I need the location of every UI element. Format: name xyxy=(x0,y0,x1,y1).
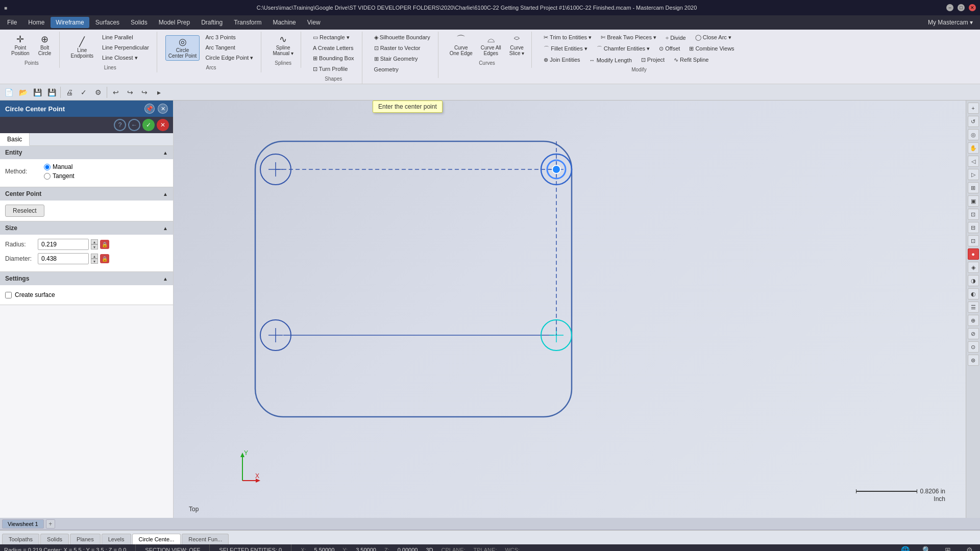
right-btn-right[interactable]: ▷ xyxy=(968,169,979,180)
saveas-btn[interactable]: 💾 xyxy=(45,86,58,99)
menu-wireframe[interactable]: Wireframe xyxy=(51,17,89,28)
close-button[interactable]: ✕ xyxy=(969,4,976,11)
config-btn[interactable]: ⚙ xyxy=(91,86,105,99)
ribbon-btn-curve-one-edge[interactable]: ⌒ CurveOne Edge xyxy=(447,33,476,58)
panel-ok-btn[interactable]: ✓ xyxy=(142,119,155,131)
center-point-section-header[interactable]: Center Point ▲ xyxy=(0,187,173,201)
right-btn-extra1[interactable]: ◈ xyxy=(968,262,979,273)
radius-lock-btn[interactable]: 🔒 xyxy=(100,240,109,249)
size-section-header[interactable]: Size ▲ xyxy=(0,221,173,235)
menu-solids[interactable]: Solids xyxy=(126,17,153,28)
diameter-lock-btn[interactable]: 🔒 xyxy=(100,254,109,263)
verify-btn[interactable]: ✓ xyxy=(77,86,90,99)
ribbon-btn-refit-spline[interactable]: ∿ Refit Spline xyxy=(670,55,712,65)
open-btn[interactable]: 📂 xyxy=(16,86,30,99)
right-btn-extra4[interactable]: ☰ xyxy=(968,302,979,313)
panel-back-btn[interactable]: ← xyxy=(128,119,140,131)
ribbon-btn-bolt-circle[interactable]: ⊕ BoltCircle xyxy=(35,33,55,58)
status-zoom-btn[interactable]: 🔍 xyxy=(920,543,933,551)
ribbon-btn-arc-tangent[interactable]: Arc Tangent xyxy=(202,43,257,52)
right-btn-extra6[interactable]: ⊘ xyxy=(968,328,979,339)
save-btn[interactable]: 💾 xyxy=(31,86,44,99)
ribbon-btn-divide[interactable]: ÷ Divide xyxy=(662,33,690,42)
right-btn-ortho[interactable]: ⊡ xyxy=(968,235,979,246)
btab-recent-fun[interactable]: Recent Fun... xyxy=(182,534,229,544)
right-btn-extra2[interactable]: ◑ xyxy=(968,275,979,286)
ribbon-btn-curve-slice[interactable]: ⌔ CurveSlice ▾ xyxy=(506,33,527,58)
right-btn-grid[interactable]: ⊟ xyxy=(968,222,979,233)
panel-cancel-btn[interactable]: ✕ xyxy=(157,119,169,131)
menu-my-mastercam[interactable]: My Mastercam ▾ xyxy=(923,17,978,28)
ribbon-btn-project[interactable]: ⊡ Project xyxy=(638,55,668,65)
menu-surfaces[interactable]: Surfaces xyxy=(90,17,125,28)
btab-circle-center[interactable]: Circle Cente... xyxy=(132,534,181,544)
ribbon-btn-silhouette-boundary[interactable]: ◈ Silhouette Boundary xyxy=(371,33,434,42)
ribbon-btn-stair-geometry[interactable]: ⊞ Stair Geometry xyxy=(371,54,434,64)
ribbon-btn-join-entities[interactable]: ⊕ Join Entities xyxy=(540,55,583,65)
right-btn-extra3[interactable]: ◐ xyxy=(968,288,979,299)
panel-close-btn[interactable]: ✕ xyxy=(158,104,168,114)
tangent-radio-label[interactable]: Tangent xyxy=(53,172,75,180)
diameter-up-btn[interactable]: ▲ xyxy=(91,254,98,259)
new-btn[interactable]: 📄 xyxy=(2,86,15,99)
ribbon-btn-line-closest[interactable]: Line Closest ▾ xyxy=(99,53,153,63)
ribbon-btn-turn-profile[interactable]: ⊡ Turn Profile xyxy=(309,64,358,74)
right-btn-pan[interactable]: ✋ xyxy=(968,142,979,154)
panel-help-btn[interactable]: ? xyxy=(114,119,126,131)
panel-tab-basic[interactable]: Basic xyxy=(0,133,30,146)
ribbon-btn-circle-edge-point[interactable]: Circle Edge Point ▾ xyxy=(202,53,257,63)
ribbon-btn-point-position[interactable]: ✛ PointPosition xyxy=(8,33,33,58)
redo2-btn[interactable]: ↪ xyxy=(138,86,151,99)
viewsheet-add-btn[interactable]: + xyxy=(46,519,55,529)
right-btn-zoom-in[interactable]: + xyxy=(968,103,979,114)
minimize-button[interactable]: – xyxy=(946,4,953,11)
ribbon-btn-combine-views[interactable]: ⊞ Combine Views xyxy=(685,43,738,54)
right-btn-zoom-box[interactable]: ▣ xyxy=(968,195,979,207)
settings-section-header[interactable]: Settings ▲ xyxy=(0,272,173,285)
manual-radio-label[interactable]: Manual xyxy=(53,163,72,170)
btab-levels[interactable]: Levels xyxy=(102,534,131,544)
right-btn-active[interactable]: ● xyxy=(968,248,979,260)
radius-up-btn[interactable]: ▲ xyxy=(91,239,98,244)
right-btn-extra8[interactable]: ⊛ xyxy=(968,355,979,366)
right-btn-extra5[interactable]: ⊕ xyxy=(968,315,979,326)
entity-section-header[interactable]: Entity ▲ xyxy=(0,146,173,159)
radius-input[interactable] xyxy=(38,239,89,250)
menu-model-prep[interactable]: Model Prep xyxy=(154,17,195,28)
radius-down-btn[interactable]: ▼ xyxy=(91,244,98,249)
redo-btn[interactable]: ↪ xyxy=(124,86,137,99)
reselect-button[interactable]: Reselect xyxy=(5,205,44,217)
ribbon-btn-arc-3-points[interactable]: Arc 3 Points xyxy=(202,33,257,42)
right-btn-rotate[interactable]: ↺ xyxy=(968,116,979,127)
status-globe-btn[interactable]: 🌐 xyxy=(898,543,912,551)
ribbon-btn-offset[interactable]: ⊙ Offset xyxy=(655,43,683,54)
status-display-btn[interactable]: ⊞ xyxy=(941,543,954,551)
ribbon-btn-trim-to-entities[interactable]: ✂ Trim to Entities ▾ xyxy=(540,33,595,42)
ribbon-btn-circle-center-point[interactable]: ◎ CircleCenter Point xyxy=(165,35,200,61)
menu-file[interactable]: File xyxy=(2,17,22,28)
extra-btn[interactable]: ▸ xyxy=(152,86,165,99)
diameter-down-btn[interactable]: ▼ xyxy=(91,259,98,264)
ribbon-btn-line-perpendicular[interactable]: Line Perpendicular xyxy=(99,43,153,52)
right-btn-display[interactable]: ⊡ xyxy=(968,209,979,220)
btab-toolpaths[interactable]: Toolpaths xyxy=(2,534,39,544)
ribbon-btn-chamfer-entities[interactable]: ⌒ Chamfer Entities ▾ xyxy=(593,43,653,54)
undo-btn[interactable]: ↩ xyxy=(109,86,122,99)
btab-planes[interactable]: Planes xyxy=(70,534,101,544)
create-surface-checkbox[interactable] xyxy=(5,292,12,298)
ribbon-btn-close-arc[interactable]: ◯ Close Arc ▾ xyxy=(692,33,735,42)
manual-radio[interactable] xyxy=(44,164,51,170)
diameter-input[interactable] xyxy=(38,253,89,264)
ribbon-btn-line-parallel[interactable]: Line Parallel xyxy=(99,33,153,42)
ribbon-btn-create-letters[interactable]: A Create Letters xyxy=(309,43,358,53)
ribbon-btn-modify-length[interactable]: ↔ Modify Length xyxy=(586,55,635,65)
right-btn-left[interactable]: ◁ xyxy=(968,156,979,167)
ribbon-btn-geometry[interactable]: Geometry xyxy=(371,65,434,74)
viewport[interactable]: Enter the center point xyxy=(174,101,966,518)
right-btn-view[interactable]: ◎ xyxy=(968,129,979,140)
menu-drafting[interactable]: Drafting xyxy=(196,17,228,28)
ribbon-btn-line-endpoints[interactable]: ╱ LineEndpoints xyxy=(68,35,96,61)
right-btn-fit[interactable]: ⊞ xyxy=(968,182,979,193)
ribbon-btn-spline-manual[interactable]: ∿ SplineManual ▾ xyxy=(270,33,297,58)
tangent-radio[interactable] xyxy=(44,173,51,180)
